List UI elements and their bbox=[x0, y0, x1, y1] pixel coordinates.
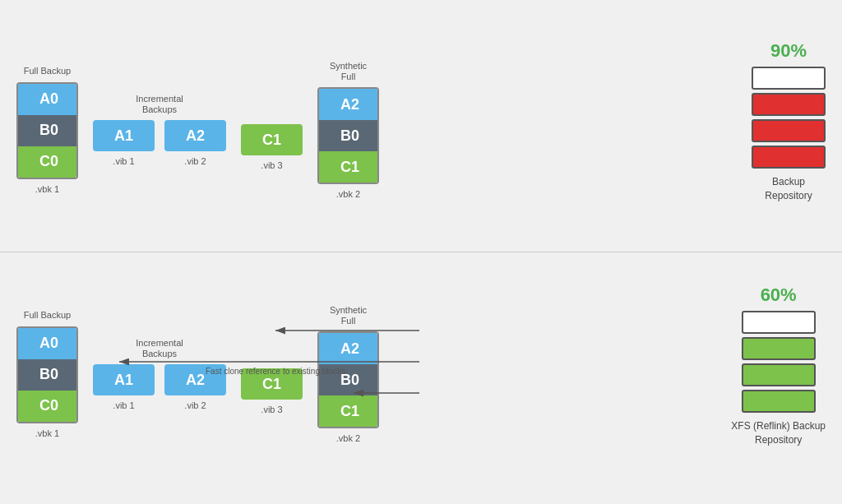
top-synthetic-label: SyntheticFull bbox=[330, 61, 367, 82]
bottom-disk-layer-1 bbox=[742, 311, 816, 334]
top-a1-block: A1 bbox=[93, 120, 155, 151]
bottom-vbk1-stack: A0 B0 C0 bbox=[16, 326, 78, 423]
top-repo-percent: 90% bbox=[770, 40, 807, 62]
bottom-vib1-label: .vib 1 bbox=[113, 400, 134, 410]
bottom-repo-label: XFS (Reflink) BackupRepository bbox=[731, 419, 826, 447]
bottom-a2-block: A2 bbox=[164, 364, 226, 395]
bottom-incremental-label: IncrementalBackups bbox=[136, 338, 183, 359]
bottom-repository: 60% XFS (Reflink) BackupRepository bbox=[731, 284, 826, 464]
top-a2-item: A2 .vib 2 bbox=[164, 120, 226, 166]
top-disk-layer-2 bbox=[752, 93, 826, 116]
bottom-c1s-block: C1 bbox=[319, 395, 379, 427]
top-repository: 90% BackupRepository bbox=[752, 40, 826, 220]
top-synthetic-full: SyntheticFull A2 B0 C1 .vbk 2 bbox=[317, 61, 379, 199]
top-full-backup: Full Backup A0 B0 C0 .vbk 1 bbox=[16, 66, 78, 193]
bottom-synthetic-full: SyntheticFull A2 B0 C1 .vbk 2 bbox=[317, 305, 379, 443]
top-section: Full Backup A0 B0 C0 .vbk 1 IncrementalB… bbox=[0, 0, 842, 252]
bottom-incremental-group: IncrementalBackups A1 .vib 1 A2 .vib 2 bbox=[93, 338, 226, 410]
top-disk-layer-1 bbox=[752, 67, 826, 90]
top-incremental-items: A1 .vib 1 A2 .vib 2 bbox=[93, 120, 226, 166]
bottom-c1-item: C1 .vib 3 bbox=[241, 368, 303, 414]
top-full-backup-label: Full Backup bbox=[24, 66, 71, 76]
bottom-vbk2-label: .vbk 2 bbox=[336, 433, 360, 443]
top-a0-block: A0 bbox=[18, 84, 78, 115]
top-vib3-label: .vib 3 bbox=[261, 160, 282, 170]
top-a2s-block: A2 bbox=[319, 89, 379, 120]
bottom-disk-layer-4 bbox=[742, 390, 816, 413]
top-a2-block: A2 bbox=[164, 120, 226, 151]
top-disk-layer-4 bbox=[752, 146, 826, 169]
bottom-vbk2-stack: A2 B0 C1 bbox=[317, 331, 379, 428]
top-c1-item: C1 .vib 3 bbox=[241, 124, 303, 170]
top-incremental-label: IncrementalBackups bbox=[136, 94, 183, 115]
bottom-synthetic-label: SyntheticFull bbox=[330, 305, 367, 326]
diagram: Full Backup A0 B0 C0 .vbk 1 IncrementalB… bbox=[0, 0, 842, 504]
bottom-incremental-items: A1 .vib 1 A2 .vib 2 bbox=[93, 364, 226, 410]
top-vbk1-label: .vbk 1 bbox=[35, 184, 59, 194]
bottom-b0s-block: B0 bbox=[319, 364, 379, 395]
top-c1-block: C1 bbox=[241, 124, 303, 155]
bottom-c1-block: C1 bbox=[241, 368, 303, 400]
top-vib1-label: .vib 1 bbox=[113, 156, 134, 166]
top-vbk2-label: .vbk 2 bbox=[336, 189, 360, 199]
bottom-vib3-label: .vib 3 bbox=[261, 405, 282, 414]
bottom-disk-layer-2 bbox=[742, 337, 816, 360]
top-c1s-block: C1 bbox=[319, 151, 379, 183]
bottom-section: Fast clone reference to existing blocks … bbox=[0, 252, 842, 504]
bottom-a2s-block: A2 bbox=[319, 333, 379, 364]
top-b0-block: B0 bbox=[18, 115, 78, 146]
top-repo-label: BackupRepository bbox=[765, 175, 812, 203]
bottom-a1-block: A1 bbox=[93, 364, 155, 395]
bottom-a0-block: A0 bbox=[18, 328, 78, 359]
top-incremental-group: IncrementalBackups A1 .vib 1 A2 .vib 2 bbox=[93, 94, 226, 166]
top-b0s-block: B0 bbox=[319, 120, 379, 151]
bottom-vbk1-label: .vbk 1 bbox=[35, 428, 59, 438]
bottom-b0-block: B0 bbox=[18, 359, 78, 391]
top-disk-stack bbox=[752, 67, 826, 169]
bottom-a2-item: A2 .vib 2 bbox=[164, 364, 226, 410]
top-vbk1-stack: A0 B0 C0 bbox=[16, 82, 78, 179]
bottom-c0-block: C0 bbox=[18, 391, 78, 422]
bottom-disk-stack bbox=[742, 311, 816, 413]
top-disk-layer-3 bbox=[752, 119, 826, 142]
top-a1-item: A1 .vib 1 bbox=[93, 120, 155, 166]
bottom-full-backup-label: Full Backup bbox=[24, 310, 71, 321]
bottom-disk-layer-3 bbox=[742, 363, 816, 386]
bottom-full-backup: Full Backup A0 B0 C0 .vbk 1 bbox=[16, 310, 78, 437]
top-vbk2-stack: A2 B0 C1 bbox=[317, 87, 379, 184]
bottom-repo-percent: 60% bbox=[761, 284, 797, 306]
top-vib2-label: .vib 2 bbox=[184, 156, 206, 166]
bottom-vib2-label: .vib 2 bbox=[184, 400, 206, 410]
top-c0-block: C0 bbox=[18, 146, 78, 178]
bottom-a1-item: A1 .vib 1 bbox=[93, 364, 155, 410]
